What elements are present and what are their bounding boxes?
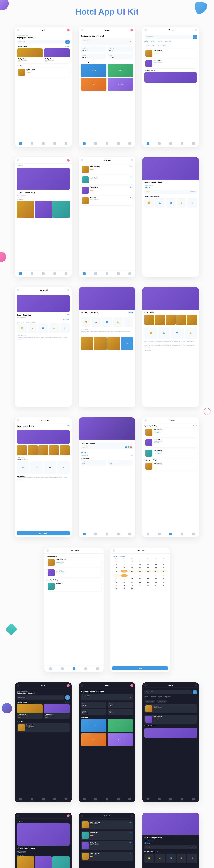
calendar-date[interactable]: 23 xyxy=(121,584,128,587)
calendar-date[interactable]: 3 xyxy=(128,574,136,577)
nav-search-icon[interactable] xyxy=(31,798,33,801)
calendar-date[interactable]: 6 xyxy=(152,560,160,563)
booking-item[interactable]: Sunlight SuiteJune 23 - June 26View Deta… xyxy=(144,448,197,458)
calendar-date[interactable]: 8 xyxy=(113,578,120,580)
nav-search-icon[interactable] xyxy=(94,533,97,535)
nav-home-icon[interactable] xyxy=(19,142,22,145)
list-item[interactable]: Sunlight Hotel$235Jakarta, Indonesia★★★★… xyxy=(81,841,133,850)
avatar[interactable] xyxy=(67,814,70,817)
calendar-date[interactable]: 25 xyxy=(136,584,144,587)
nav-search-icon[interactable] xyxy=(158,142,161,145)
nav-home-icon[interactable] xyxy=(83,272,86,275)
next-button[interactable]: NEXT xyxy=(112,666,168,670)
menu-icon[interactable] xyxy=(17,29,20,31)
checkin-field[interactable]: Check inFeb 23 xyxy=(81,46,106,52)
list-item[interactable]: Sunlight HotelJakarta, Indonesia★★★★☆ xyxy=(144,704,197,713)
location-field[interactable]: Location/GPS📍 xyxy=(81,694,133,700)
calendar-date[interactable]: 21 xyxy=(160,567,167,569)
tab-restaurant[interactable]: Restaurant xyxy=(150,41,156,43)
more-photos[interactable]: +26 xyxy=(121,337,133,350)
guests-field[interactable]: Guests2 Adults xyxy=(81,709,106,715)
calendar-date[interactable]: 12 xyxy=(144,578,152,580)
calendar-date[interactable]: 10 xyxy=(128,578,136,580)
nav-booking-icon[interactable] xyxy=(105,798,109,801)
calendar-date[interactable]: 1 xyxy=(113,574,120,577)
nav-profile-icon[interactable] xyxy=(192,142,195,145)
nav-booking-icon[interactable] xyxy=(170,142,172,145)
booking-item[interactable]: Super Palm HotelJune 23 - June 26Booking… xyxy=(47,558,101,567)
guests-field[interactable]: Guests2 Adults xyxy=(81,54,106,60)
back-icon[interactable] xyxy=(144,419,147,422)
city-card[interactable]: Bali xyxy=(81,78,106,91)
list-item[interactable]: Sunlight Hotel$235Jakarta, Indonesia★★★★… xyxy=(81,186,133,195)
calendar-date[interactable]: 17 xyxy=(128,567,136,569)
nav-search-icon[interactable] xyxy=(61,668,64,670)
booking-item[interactable]: Sunlight RoomJune 23 - June 26View Detai… xyxy=(144,438,197,447)
photo-thumb[interactable] xyxy=(17,201,34,218)
calendar-date[interactable]: 7 xyxy=(160,574,167,577)
city-card[interactable]: Jakarta xyxy=(81,719,106,732)
menu-icon[interactable] xyxy=(17,159,20,161)
calendar-date[interactable]: 13 xyxy=(152,563,160,566)
nav-booking-icon[interactable] xyxy=(105,272,109,275)
checkout-field[interactable]: Check outMar 2 xyxy=(108,46,133,52)
photo-thumb[interactable] xyxy=(35,201,52,218)
calendar-date[interactable]: 2 xyxy=(121,560,128,563)
back-icon[interactable] xyxy=(81,159,83,161)
social-ig-icon[interactable] xyxy=(130,446,132,448)
photo-thumb[interactable] xyxy=(28,445,37,455)
list-item[interactable]: Amazing Hotel$235Jakarta, Indonesia★★★★☆ xyxy=(81,175,133,184)
nav-booking-icon[interactable] xyxy=(42,272,44,275)
calendar-date[interactable]: 10 xyxy=(128,563,136,566)
date-chip[interactable]: June 21 - June 23 xyxy=(144,44,155,47)
calendar-date[interactable]: 1 xyxy=(113,560,120,563)
calendar-date[interactable]: 16 xyxy=(121,581,128,584)
photo-thumb[interactable] xyxy=(187,315,197,324)
list-item[interactable]: Super Palm Hotel$235Jakarta, Indonesia★★… xyxy=(81,820,133,830)
calendar-date[interactable]: 26 xyxy=(144,570,152,572)
nav-search-icon[interactable] xyxy=(158,798,161,801)
nav-booking-icon[interactable] xyxy=(105,533,109,535)
calendar-date[interactable]: 28 xyxy=(160,584,167,587)
notif-icon[interactable] xyxy=(194,29,197,31)
nav-profile-icon[interactable] xyxy=(128,272,131,275)
calendar-date[interactable]: 31 xyxy=(128,587,136,590)
photo-thumb[interactable] xyxy=(166,315,176,324)
tab-things[interactable]: Things to do xyxy=(164,41,171,43)
calendar-date[interactable]: 22 xyxy=(113,570,120,572)
book-button[interactable]: BOOK NOW xyxy=(17,531,70,535)
photo-thumb[interactable] xyxy=(49,445,59,455)
trending-image[interactable] xyxy=(144,728,197,738)
menu-icon[interactable] xyxy=(17,814,20,817)
calendar-date[interactable]: 17 xyxy=(128,581,136,584)
tab-flights[interactable]: Flights xyxy=(158,41,162,43)
nav-fav-icon[interactable] xyxy=(181,533,183,535)
photo-thumb[interactable] xyxy=(94,337,106,350)
rooms-field[interactable]: Room1 Room xyxy=(108,709,133,715)
search-input[interactable]: Search hotel xyxy=(144,35,192,39)
calendar-date[interactable]: 11 xyxy=(136,578,144,580)
menu-icon[interactable] xyxy=(144,29,147,31)
booking-item[interactable]: Sunlight HotelJune 23 - June 26View Deta… xyxy=(144,428,197,437)
avatar[interactable] xyxy=(67,684,70,687)
tab-restaurant[interactable]: Restaurant xyxy=(150,696,156,699)
search-input[interactable]: Search hotel xyxy=(17,40,64,44)
menu-icon[interactable] xyxy=(81,684,83,687)
nav-home-icon[interactable] xyxy=(19,798,22,801)
checkout-field[interactable]: Check outMar 2 xyxy=(108,702,133,708)
calendar-date[interactable]: 24 xyxy=(128,584,136,587)
nav-fav-icon[interactable] xyxy=(53,272,56,275)
calendar-date[interactable]: 14 xyxy=(160,563,167,566)
guest-chip[interactable]: 2 Adult - 1 Child xyxy=(156,700,166,703)
calendar-date[interactable]: 3 xyxy=(128,560,136,563)
nav-fav-icon[interactable] xyxy=(117,272,120,275)
photo-thumb[interactable] xyxy=(81,337,93,350)
nav-home-icon[interactable] xyxy=(147,142,149,145)
detail-link[interactable]: View Details xyxy=(154,432,196,433)
tab-hotels[interactable]: Hotels xyxy=(144,41,148,43)
detail-link[interactable]: View Details xyxy=(154,453,196,454)
room-option[interactable]: Standard Room$420 xyxy=(108,460,133,466)
tab-hotels[interactable]: Hotels xyxy=(144,696,148,699)
booking-item[interactable]: Amazing HotelJune 23 - June 26Booking Ca… xyxy=(47,568,101,578)
photo-thumb[interactable] xyxy=(35,856,52,868)
